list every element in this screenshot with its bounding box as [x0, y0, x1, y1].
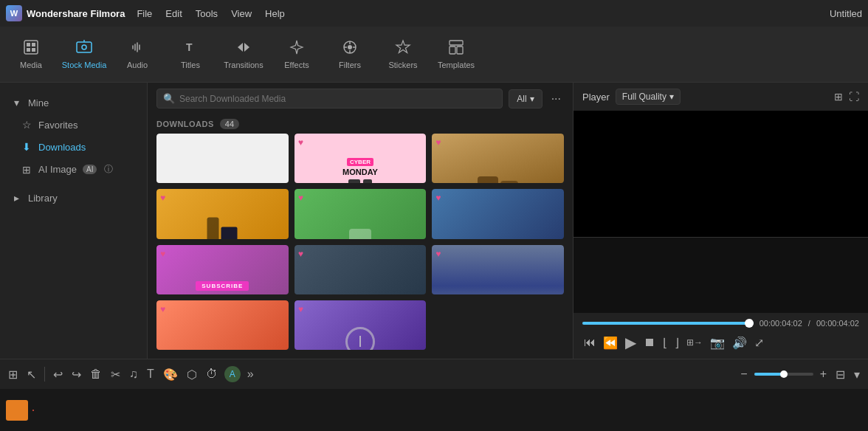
cyber-icons [348, 179, 372, 183]
menu-edit[interactable]: Edit [165, 8, 182, 19]
volume-button[interactable]: 🔊 [731, 334, 748, 351]
heart-icon-confident: ♥ [160, 193, 165, 203]
more-tl-button[interactable]: » [245, 365, 256, 383]
menu-help[interactable]: Help [265, 8, 285, 19]
toolbar-filters[interactable]: Filters [325, 30, 375, 80]
timeline-clip[interactable] [6, 400, 28, 421]
speed-button[interactable]: ⏱ [204, 365, 220, 383]
more-options-button[interactable]: ··· [548, 89, 564, 108]
transitions-icon [235, 39, 252, 58]
media-grid: + White CYBER MONDAY ♥ + cyber monday co… [148, 134, 573, 359]
downloads-count-badge: 44 [220, 119, 239, 129]
timeline-playhead [32, 410, 34, 411]
media-item-happy-woman[interactable]: ♥ + Happy woman, smart... [294, 189, 427, 238]
step-back-button[interactable]: ⏪ [602, 334, 619, 351]
titles-icon: T [182, 39, 199, 58]
search-box[interactable]: 🔍 [156, 89, 503, 108]
toolbar-transitions[interactable]: Transitions [218, 30, 269, 80]
media-thumb-extra2: ♥ [294, 300, 427, 350]
app-logo: W Wondershare Filmora [6, 5, 125, 21]
zoom-in-button[interactable]: + [818, 365, 829, 383]
clip-to-timeline-button[interactable]: ⊞→ [685, 336, 704, 349]
redo-button[interactable]: ↪ [69, 365, 83, 384]
zoom-out-button[interactable]: − [738, 365, 749, 383]
undo-button[interactable]: ↩ [51, 365, 65, 384]
window-title: Untitled [830, 8, 862, 19]
media-thumb-cyber: CYBER MONDAY ♥ + [294, 134, 427, 183]
toolbar-stickers[interactable]: Stickers [378, 30, 428, 80]
timeline-toolbar: ⊞ ↖ ↩ ↪ 🗑 ✂ ♫ T 🎨 ⬡ ⏱ A » − + ⊟ ▾ [0, 359, 868, 389]
conf-device [221, 227, 238, 239]
progress-fill [582, 322, 754, 325]
filter-dropdown[interactable]: All ▾ [509, 89, 542, 108]
menu-file[interactable]: File [137, 8, 152, 19]
sidebar-item-mine[interactable]: ▾ Mine [0, 92, 147, 114]
search-input[interactable] [179, 94, 496, 104]
heart-icon-subscribe: ♥ [160, 249, 165, 259]
sidebar-item-favorites[interactable]: ☆ Favorites [0, 114, 147, 136]
grid-view-icon[interactable]: ⊞ [834, 91, 843, 103]
layout-tl-icon[interactable]: ⊟ [833, 365, 847, 384]
heart-icon-urban: ♥ [435, 249, 441, 259]
media-item-confident[interactable]: ♥ + Confident man showi... [156, 189, 289, 238]
media-item-asian-couple[interactable]: ♥ + Asian couple eating T... [432, 134, 564, 183]
media-item-white[interactable]: + White [156, 134, 289, 183]
toolbar-titles[interactable]: T Titles [165, 30, 216, 80]
svg-rect-4 [32, 48, 35, 52]
clock-hand [359, 336, 361, 347]
menu-items: File Edit Tools View Help [137, 8, 284, 19]
more-layout-button[interactable]: ▾ [852, 365, 862, 384]
media-item-cyber[interactable]: CYBER MONDAY ♥ + cyber monday concept [294, 134, 427, 183]
media-item-subscribe[interactable]: SUBSCRIBE ♥ + New Subscription Me... [156, 245, 289, 294]
sidebar-item-library[interactable]: ▸ Library [0, 187, 147, 209]
ai-tl-button[interactable]: A [224, 366, 241, 382]
menu-tools[interactable]: Tools [196, 8, 218, 19]
mask-button[interactable]: ⬡ [185, 365, 199, 384]
filter-chevron-icon: ▾ [530, 94, 534, 104]
media-thumb-urban: ♥ + [432, 245, 564, 294]
mark-in-button[interactable]: ⌊ [661, 334, 669, 351]
media-item-urban[interactable]: ♥ + Urban cityscape [432, 245, 564, 294]
downloads-section-label: DOWNLOADS [156, 120, 214, 128]
svg-rect-0 [24, 41, 38, 54]
toolbar-templates[interactable]: Templates [431, 30, 481, 80]
menu-view[interactable]: View [231, 8, 252, 19]
fullscreen-player-button[interactable]: ⤢ [753, 334, 765, 351]
progress-bar[interactable] [582, 322, 754, 325]
toolbar-media[interactable]: Media [6, 30, 56, 80]
cyber-monday-text: MONDAY [342, 168, 378, 176]
cyber-device1 [348, 179, 360, 183]
toolbar-audio[interactable]: Audio [112, 30, 162, 80]
sidebar-item-ai-image[interactable]: ⊞ AI Image AI ⓘ [0, 158, 147, 181]
media-item-man-analysing[interactable]: ♥ + Man analysing data o... [432, 189, 564, 238]
play-button[interactable]: ▶ [624, 332, 638, 353]
audio-tl-button[interactable]: ♫ [127, 365, 140, 383]
player-header-actions: ⊞ ⛶ [834, 91, 859, 103]
crop-button[interactable]: ✂ [108, 365, 123, 384]
skip-back-button[interactable]: ⏮ [582, 334, 597, 351]
sidebar-item-downloads[interactable]: ⬇ Downloads [0, 136, 147, 158]
media-item-extra2[interactable]: ♥ [294, 300, 427, 350]
delete-button[interactable]: 🗑 [88, 365, 104, 383]
mine-expand-icon: ▾ [10, 97, 22, 108]
player-buttons: ⏮ ⏪ ▶ ⏹ ⌊ ⌋ ⊞→ 📷 🔊 ⤢ [582, 332, 859, 353]
color-button[interactable]: 🎨 [161, 365, 180, 384]
media-item-catering[interactable]: ♥ + Catering Food Promo ... [294, 245, 427, 294]
timeline-layout-icon[interactable]: ⊞ [6, 365, 20, 384]
stop-button[interactable]: ⏹ [642, 334, 657, 351]
toolbar-stock-media[interactable]: Stock Media [59, 30, 109, 80]
text-tl-button[interactable]: T [145, 365, 156, 383]
sidebar-library-section: ▸ Library [0, 184, 147, 212]
media-thumb-extra1: ♥ [156, 300, 289, 350]
timeline-select-icon[interactable]: ↖ [24, 365, 38, 384]
time-current: 00:00:04:02 [760, 319, 802, 328]
zoom-slider[interactable] [754, 373, 813, 376]
quality-dropdown[interactable]: Full Quality ▾ [616, 89, 681, 105]
toolbar-effects[interactable]: Effects [272, 30, 322, 80]
mark-out-button[interactable]: ⌋ [673, 334, 681, 351]
snapshot-button[interactable]: 📷 [709, 334, 726, 351]
fullscreen-icon[interactable]: ⛶ [849, 91, 859, 103]
sidebar: ▾ Mine ☆ Favorites ⬇ Downloads ⊞ AI Imag… [0, 83, 148, 359]
media-item-extra1[interactable]: ♥ [156, 300, 289, 350]
toolbar-effects-label: Effects [284, 61, 309, 69]
